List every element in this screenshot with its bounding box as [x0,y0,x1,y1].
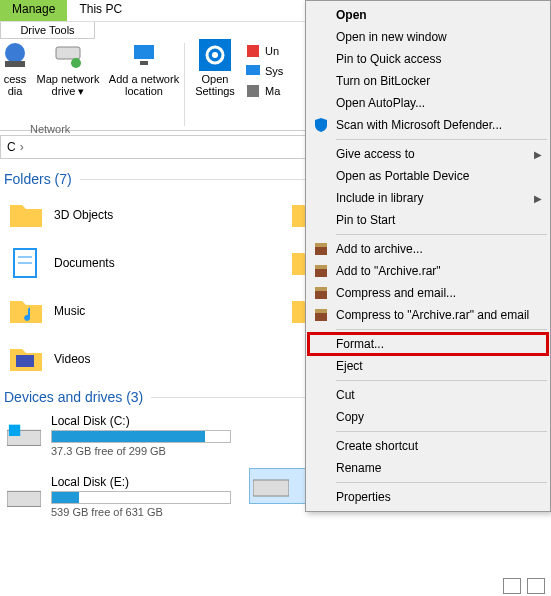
archive-icon [313,285,329,301]
tiles-view-button[interactable] [527,578,545,594]
system-button[interactable]: Sys [245,63,283,79]
ctx-compress-email[interactable]: Compress and email... [308,282,548,304]
svg-rect-15 [16,355,34,367]
folder-item[interactable]: 3D Objects [4,193,266,237]
ctx-bitlocker[interactable]: Turn on BitLocker [308,70,548,92]
drive-name: Local Disk (E:) [51,475,231,489]
ctx-pin-start[interactable]: Pin to Start [308,209,548,231]
archive-icon [313,307,329,323]
ribbon-small-buttons: Un Sys Ma [243,39,285,130]
ctx-cut[interactable]: Cut [308,384,548,406]
drive-icon [253,472,289,500]
svg-point-8 [212,52,218,58]
svg-point-0 [5,43,25,63]
view-switcher [503,578,545,594]
drive-item[interactable]: Local Disk (E:) 539 GB free of 631 GB [4,472,234,521]
music-icon [8,293,44,329]
add-network-location-button[interactable]: Add a networklocation [106,39,182,130]
svg-rect-19 [7,491,41,506]
ctx-defender[interactable]: Scan with Microsoft Defender... [308,114,548,136]
manage-button[interactable]: Ma [245,83,283,99]
capacity-bar [51,430,231,443]
svg-rect-18 [253,480,289,496]
folder-item[interactable]: Videos [4,337,266,381]
system-icon [245,63,261,79]
ctx-give-access[interactable]: Give access to▶ [308,143,548,165]
ctx-pin-quick-access[interactable]: Pin to Quick access [308,48,548,70]
ctx-rename[interactable]: Rename [308,457,548,479]
details-view-button[interactable] [503,578,521,594]
svg-rect-21 [315,243,327,247]
os-drive-icon [7,422,41,450]
ctx-add-rar[interactable]: Add to "Archive.rar" [308,260,548,282]
manage-icon [245,83,261,99]
svg-rect-25 [315,287,327,291]
shield-icon [313,117,329,133]
svg-rect-5 [140,61,148,65]
svg-rect-11 [247,85,259,97]
tab-thispc[interactable]: This PC [67,0,134,21]
map-network-drive-button[interactable]: Map networkdrive ▾ [30,39,106,130]
svg-rect-1 [5,61,25,67]
uninstall-icon [245,43,261,59]
ctx-create-shortcut[interactable]: Create shortcut [308,435,548,457]
capacity-bar [51,491,231,504]
tab-drivetools[interactable]: Drive Tools [0,22,95,39]
gear-icon [199,39,231,71]
svg-rect-17 [9,424,20,435]
ctx-open-new-window[interactable]: Open in new window [308,26,548,48]
chevron-right-icon: ▶ [534,149,542,160]
chevron-right-icon: ▶ [534,193,542,204]
ribbon-group-network: Network [28,118,72,136]
svg-rect-2 [56,47,80,59]
uninstall-button[interactable]: Un [245,43,283,59]
svg-rect-4 [134,45,154,59]
drive-icon [7,483,41,511]
archive-icon [313,241,329,257]
media-button[interactable]: cessdia [0,39,30,130]
ctx-open[interactable]: Open [308,4,548,26]
ctx-add-archive[interactable]: Add to archive... [308,238,548,260]
ctx-eject[interactable]: Eject [308,355,548,377]
ctx-autoplay[interactable]: Open AutoPlay... [308,92,548,114]
drive-name: Local Disk (C:) [51,414,231,428]
drive-free: 37.3 GB free of 299 GB [51,445,231,457]
chevron-right-icon: › [20,140,24,154]
media-icon [0,39,31,71]
drive-item[interactable]: Local Disk (C:) 37.3 GB free of 299 GB [4,411,234,460]
documents-icon [8,245,44,281]
svg-rect-23 [315,265,327,269]
folder-item[interactable]: Music [4,289,266,333]
svg-rect-27 [315,309,327,313]
ctx-copy[interactable]: Copy [308,406,548,428]
folder-item[interactable]: Documents [4,241,266,285]
breadcrumb-root[interactable]: C [7,140,16,154]
ctx-compress-rar-email[interactable]: Compress to "Archive.rar" and email [308,304,548,326]
context-menu: Open Open in new window Pin to Quick acc… [305,0,551,512]
ctx-properties[interactable]: Properties [308,486,548,508]
svg-rect-9 [247,45,259,57]
ctx-include-library[interactable]: Include in library▶ [308,187,548,209]
tab-manage[interactable]: Manage [0,0,67,21]
ctx-portable-device[interactable]: Open as Portable Device [308,165,548,187]
ctx-format[interactable]: Format... [308,333,548,355]
archive-icon [313,263,329,279]
open-settings-button[interactable]: OpenSettings [187,39,243,130]
videos-icon [8,341,44,377]
drive-free: 539 GB free of 631 GB [51,506,231,518]
svg-rect-10 [246,65,260,75]
drive-network-icon [52,39,84,71]
svg-point-3 [71,58,81,68]
network-location-icon [128,39,160,71]
folder-icon [8,197,44,233]
